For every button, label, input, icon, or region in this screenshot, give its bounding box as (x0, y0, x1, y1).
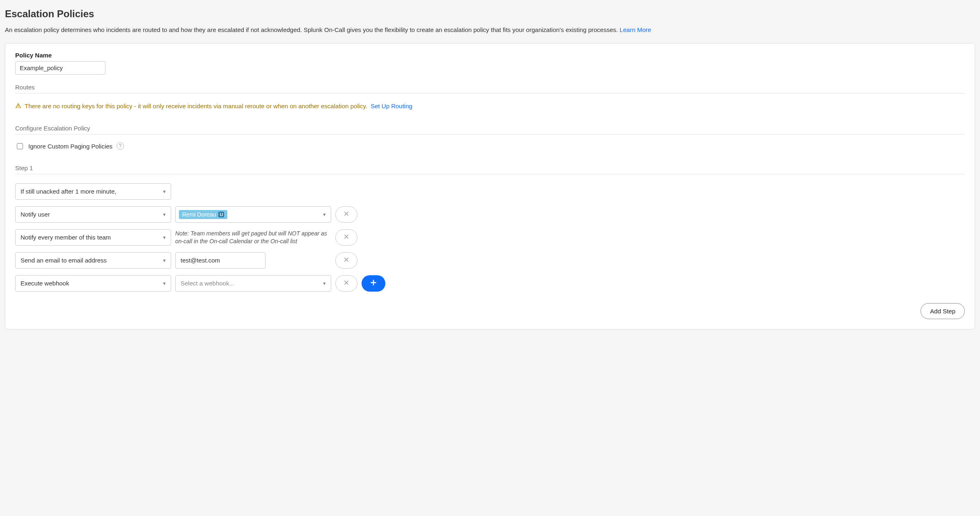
close-icon (343, 210, 350, 219)
remove-action-button[interactable] (335, 252, 357, 269)
policy-name-label: Policy Name (15, 52, 965, 59)
remove-action-button[interactable] (335, 206, 357, 223)
remove-action-button[interactable] (335, 229, 357, 246)
page-description: An escalation policy determines who inci… (5, 25, 975, 35)
user-chip: Remi Doreau U (179, 210, 227, 219)
action-type-select[interactable]: Notify every member of this team ▼ (15, 229, 171, 246)
action-type-select[interactable]: Execute webhook ▼ (15, 275, 171, 292)
chevron-down-icon: ▼ (322, 212, 327, 217)
chevron-down-icon: ▼ (162, 235, 167, 240)
close-icon (343, 279, 350, 288)
help-icon[interactable]: ? (117, 142, 124, 150)
webhook-placeholder: Select a webhook... (181, 280, 234, 287)
chevron-down-icon: ▼ (162, 212, 167, 217)
team-note: Note: Team members will get paged but wi… (175, 230, 331, 245)
configure-section-label: Configure Escalation Policy (15, 125, 965, 135)
condition-select[interactable]: If still unacked after 1 more minute, ▼ (15, 183, 171, 200)
user-chip-badge: U (218, 212, 224, 217)
add-action-button[interactable] (362, 275, 385, 292)
remove-action-button[interactable] (335, 275, 357, 292)
routing-warning-text: There are no routing keys for this polic… (25, 103, 367, 110)
description-text: An escalation policy determines who inci… (5, 26, 620, 33)
email-input[interactable] (175, 252, 266, 269)
chevron-down-icon: ▼ (162, 281, 167, 286)
plus-icon (369, 277, 378, 290)
webhook-select[interactable]: Select a webhook... ▼ (175, 275, 331, 292)
condition-select-value: If still unacked after 1 more minute, (21, 188, 116, 195)
chevron-down-icon: ▼ (162, 258, 167, 263)
policy-name-input[interactable] (15, 61, 105, 75)
user-chip-name: Remi Doreau (182, 211, 216, 218)
close-icon (343, 256, 350, 265)
action-type-select[interactable]: Notify user ▼ (15, 206, 171, 223)
page-title: Escalation Policies (5, 8, 975, 20)
ignore-paging-label: Ignore Custom Paging Policies (28, 143, 112, 150)
chevron-down-icon: ▼ (322, 281, 327, 286)
action-type-value: Notify every member of this team (21, 234, 111, 241)
close-icon (343, 233, 350, 242)
action-type-value: Send an email to email address (21, 257, 107, 264)
chevron-down-icon: ▼ (162, 189, 167, 194)
warning-icon (15, 103, 21, 110)
action-type-value: Execute webhook (21, 280, 69, 287)
policy-card: Policy Name Routes There are no routing … (5, 43, 975, 329)
user-select[interactable]: Remi Doreau U ▼ (175, 206, 331, 223)
add-step-button[interactable]: Add Step (920, 303, 965, 319)
routes-section-label: Routes (15, 84, 965, 94)
action-type-value: Notify user (21, 211, 50, 218)
ignore-paging-checkbox[interactable] (17, 143, 23, 149)
learn-more-link[interactable]: Learn More (620, 26, 651, 33)
set-up-routing-link[interactable]: Set Up Routing (371, 103, 412, 110)
action-type-select[interactable]: Send an email to email address ▼ (15, 252, 171, 269)
routing-warning: There are no routing keys for this polic… (15, 103, 965, 110)
step-1-label: Step 1 (15, 164, 965, 174)
